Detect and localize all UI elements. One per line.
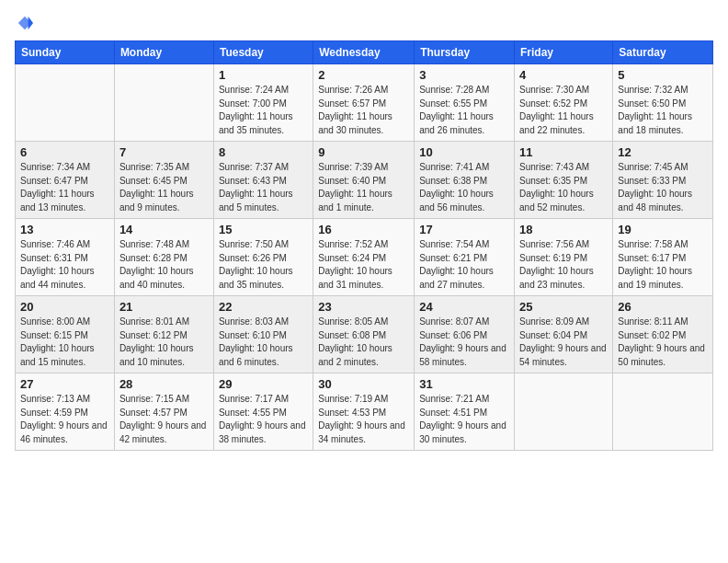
day-info: Sunrise: 7:58 AMSunset: 6:17 PMDaylight:… — [618, 238, 708, 292]
calendar-cell: 7Sunrise: 7:35 AMSunset: 6:45 PMDaylight… — [114, 142, 213, 219]
calendar-cell: 10Sunrise: 7:41 AMSunset: 6:38 PMDayligh… — [415, 142, 515, 219]
day-info: Sunrise: 7:46 AMSunset: 6:31 PMDaylight:… — [20, 238, 109, 292]
calendar-cell: 24Sunrise: 8:07 AMSunset: 6:06 PMDayligh… — [415, 296, 515, 373]
calendar-cell: 11Sunrise: 7:43 AMSunset: 6:35 PMDayligh… — [515, 142, 613, 219]
weekday-friday: Friday — [515, 41, 613, 64]
day-info: Sunrise: 7:24 AMSunset: 7:00 PMDaylight:… — [219, 84, 308, 137]
day-number: 12 — [618, 145, 708, 159]
day-info: Sunrise: 7:21 AMSunset: 4:51 PMDaylight:… — [419, 393, 509, 446]
week-row-4: 20Sunrise: 8:00 AMSunset: 6:15 PMDayligh… — [16, 296, 713, 373]
calendar-cell: 9Sunrise: 7:39 AMSunset: 6:40 PMDaylight… — [313, 142, 415, 219]
day-info: Sunrise: 7:19 AMSunset: 4:53 PMDaylight:… — [318, 393, 409, 446]
day-info: Sunrise: 7:48 AMSunset: 6:28 PMDaylight:… — [119, 238, 209, 292]
calendar-cell — [515, 373, 613, 451]
weekday-monday: Monday — [114, 41, 213, 64]
day-info: Sunrise: 7:45 AMSunset: 6:33 PMDaylight:… — [618, 161, 708, 214]
calendar-cell: 1Sunrise: 7:24 AMSunset: 7:00 PMDaylight… — [213, 64, 313, 142]
logo-icon — [17, 15, 33, 31]
day-number: 21 — [119, 300, 209, 314]
day-info: Sunrise: 7:52 AMSunset: 6:24 PMDaylight:… — [318, 238, 409, 292]
calendar-cell: 28Sunrise: 7:15 AMSunset: 4:57 PMDayligh… — [114, 373, 213, 451]
day-info: Sunrise: 7:35 AMSunset: 6:45 PMDaylight:… — [119, 161, 209, 214]
day-number: 14 — [119, 223, 209, 236]
week-row-3: 13Sunrise: 7:46 AMSunset: 6:31 PMDayligh… — [16, 219, 713, 296]
calendar-cell: 4Sunrise: 7:30 AMSunset: 6:52 PMDaylight… — [515, 64, 613, 142]
weekday-tuesday: Tuesday — [213, 41, 313, 64]
day-info: Sunrise: 7:13 AMSunset: 4:59 PMDaylight:… — [20, 393, 109, 446]
day-number: 7 — [119, 145, 209, 159]
page: SundayMondayTuesdayWednesdayThursdayFrid… — [0, 0, 728, 563]
calendar-cell: 25Sunrise: 8:09 AMSunset: 6:04 PMDayligh… — [515, 296, 613, 373]
day-info: Sunrise: 8:11 AMSunset: 6:02 PMDaylight:… — [618, 316, 708, 369]
calendar: SundayMondayTuesdayWednesdayThursdayFrid… — [15, 40, 713, 451]
calendar-cell: 29Sunrise: 7:17 AMSunset: 4:55 PMDayligh… — [213, 373, 313, 451]
calendar-cell: 27Sunrise: 7:13 AMSunset: 4:59 PMDayligh… — [16, 373, 115, 451]
day-number: 20 — [20, 300, 109, 314]
day-info: Sunrise: 7:26 AMSunset: 6:57 PMDaylight:… — [318, 84, 409, 137]
week-row-1: 1Sunrise: 7:24 AMSunset: 7:00 PMDaylight… — [16, 64, 713, 142]
day-number: 22 — [219, 300, 308, 314]
calendar-cell: 12Sunrise: 7:45 AMSunset: 6:33 PMDayligh… — [613, 142, 713, 219]
day-info: Sunrise: 8:07 AMSunset: 6:06 PMDaylight:… — [419, 316, 509, 369]
calendar-cell — [16, 64, 115, 142]
day-number: 28 — [119, 377, 209, 391]
calendar-cell: 8Sunrise: 7:37 AMSunset: 6:43 PMDaylight… — [213, 142, 313, 219]
day-info: Sunrise: 7:30 AMSunset: 6:52 PMDaylight:… — [519, 84, 608, 137]
day-number: 13 — [20, 223, 109, 236]
day-number: 27 — [20, 377, 109, 391]
weekday-wednesday: Wednesday — [313, 41, 415, 64]
logo — [15, 15, 33, 29]
calendar-cell: 26Sunrise: 8:11 AMSunset: 6:02 PMDayligh… — [613, 296, 713, 373]
day-number: 10 — [419, 145, 509, 159]
day-info: Sunrise: 8:01 AMSunset: 6:12 PMDaylight:… — [119, 316, 209, 369]
day-number: 1 — [219, 68, 308, 82]
week-row-2: 6Sunrise: 7:34 AMSunset: 6:47 PMDaylight… — [16, 142, 713, 219]
day-number: 31 — [419, 377, 509, 391]
calendar-cell: 14Sunrise: 7:48 AMSunset: 6:28 PMDayligh… — [114, 219, 213, 296]
day-number: 24 — [419, 300, 509, 314]
day-info: Sunrise: 7:17 AMSunset: 4:55 PMDaylight:… — [219, 393, 308, 446]
calendar-cell: 19Sunrise: 7:58 AMSunset: 6:17 PMDayligh… — [613, 219, 713, 296]
day-number: 16 — [318, 223, 409, 236]
calendar-cell: 21Sunrise: 8:01 AMSunset: 6:12 PMDayligh… — [114, 296, 213, 373]
day-number: 30 — [318, 377, 409, 391]
day-number: 11 — [519, 145, 608, 159]
week-row-5: 27Sunrise: 7:13 AMSunset: 4:59 PMDayligh… — [16, 373, 713, 451]
day-info: Sunrise: 7:34 AMSunset: 6:47 PMDaylight:… — [20, 161, 109, 214]
day-info: Sunrise: 7:54 AMSunset: 6:21 PMDaylight:… — [419, 238, 509, 292]
calendar-cell: 18Sunrise: 7:56 AMSunset: 6:19 PMDayligh… — [515, 219, 613, 296]
day-info: Sunrise: 8:09 AMSunset: 6:04 PMDaylight:… — [519, 316, 608, 369]
day-info: Sunrise: 7:50 AMSunset: 6:26 PMDaylight:… — [219, 238, 308, 292]
day-number: 8 — [219, 145, 308, 159]
weekday-header-row: SundayMondayTuesdayWednesdayThursdayFrid… — [16, 41, 713, 64]
day-number: 3 — [419, 68, 509, 82]
day-info: Sunrise: 7:15 AMSunset: 4:57 PMDaylight:… — [119, 393, 209, 446]
calendar-cell: 23Sunrise: 8:05 AMSunset: 6:08 PMDayligh… — [313, 296, 415, 373]
day-info: Sunrise: 7:28 AMSunset: 6:55 PMDaylight:… — [419, 84, 509, 137]
day-number: 26 — [618, 300, 708, 314]
calendar-cell: 3Sunrise: 7:28 AMSunset: 6:55 PMDaylight… — [415, 64, 515, 142]
day-number: 6 — [20, 145, 109, 159]
day-number: 18 — [519, 223, 608, 236]
day-info: Sunrise: 7:39 AMSunset: 6:40 PMDaylight:… — [318, 161, 409, 214]
day-info: Sunrise: 7:56 AMSunset: 6:19 PMDaylight:… — [519, 238, 608, 292]
day-number: 9 — [318, 145, 409, 159]
weekday-saturday: Saturday — [613, 41, 713, 64]
calendar-cell: 20Sunrise: 8:00 AMSunset: 6:15 PMDayligh… — [16, 296, 115, 373]
calendar-cell — [114, 64, 213, 142]
calendar-cell: 16Sunrise: 7:52 AMSunset: 6:24 PMDayligh… — [313, 219, 415, 296]
calendar-cell: 13Sunrise: 7:46 AMSunset: 6:31 PMDayligh… — [16, 219, 115, 296]
calendar-cell: 17Sunrise: 7:54 AMSunset: 6:21 PMDayligh… — [415, 219, 515, 296]
calendar-cell: 30Sunrise: 7:19 AMSunset: 4:53 PMDayligh… — [313, 373, 415, 451]
calendar-cell: 31Sunrise: 7:21 AMSunset: 4:51 PMDayligh… — [415, 373, 515, 451]
calendar-cell: 15Sunrise: 7:50 AMSunset: 6:26 PMDayligh… — [213, 219, 313, 296]
header — [15, 15, 713, 29]
calendar-cell: 22Sunrise: 8:03 AMSunset: 6:10 PMDayligh… — [213, 296, 313, 373]
day-info: Sunrise: 7:32 AMSunset: 6:50 PMDaylight:… — [618, 84, 708, 137]
day-number: 23 — [318, 300, 409, 314]
calendar-cell — [613, 373, 713, 451]
day-number: 29 — [219, 377, 308, 391]
day-number: 2 — [318, 68, 409, 82]
day-number: 19 — [618, 223, 708, 236]
day-info: Sunrise: 7:41 AMSunset: 6:38 PMDaylight:… — [419, 161, 509, 214]
